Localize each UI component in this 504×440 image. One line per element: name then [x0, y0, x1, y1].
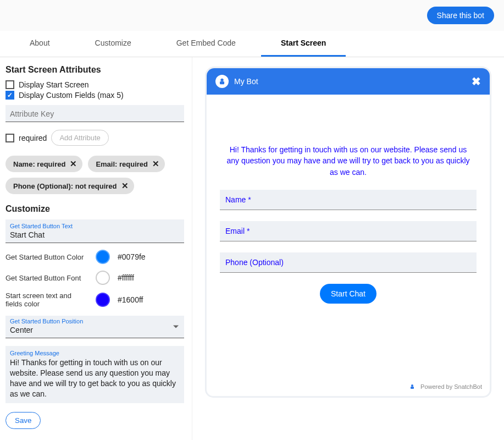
- button-color-value: #0079fe: [118, 252, 146, 261]
- tab-about[interactable]: About: [10, 31, 70, 57]
- button-color-label: Get Started Button Color: [5, 253, 88, 261]
- greeting-label: Greeting Message: [10, 349, 180, 358]
- chip-email: Email: required ✕: [88, 156, 165, 172]
- svg-point-2: [411, 384, 413, 387]
- button-text-label: Get Started Button Text: [10, 223, 180, 229]
- fields-color-value: #1600ff: [118, 295, 143, 304]
- button-font-value: #ffffff: [118, 273, 134, 282]
- tab-start-screen[interactable]: Start Screen: [261, 31, 346, 57]
- chip-phone-text: Phone (Optional): not required: [13, 182, 117, 190]
- chip-phone-remove-icon[interactable]: ✕: [121, 181, 129, 191]
- checkbox-display-start-screen-label: Display Start Screen: [19, 80, 89, 89]
- chip-name-remove-icon[interactable]: ✕: [70, 159, 77, 169]
- chip-email-remove-icon[interactable]: ✕: [152, 159, 159, 169]
- preview-field-phone[interactable]: Phone (Optional): [220, 252, 477, 273]
- chip-phone: Phone (Optional): not required ✕: [5, 178, 134, 194]
- fields-color-label: Start screen text and fields color: [5, 292, 88, 308]
- tab-customize[interactable]: Customize: [75, 31, 151, 57]
- button-font-label: Get Started Button Font: [5, 274, 88, 282]
- preview-field-name[interactable]: Name *: [220, 190, 477, 210]
- attribute-key-input[interactable]: [10, 108, 180, 119]
- checkbox-display-start-screen[interactable]: [5, 80, 14, 89]
- checkbox-required-label: required: [19, 134, 47, 142]
- tabs: About Customize Get Embed Code Start Scr…: [0, 31, 504, 57]
- greeting-textarea[interactable]: Hi! Thanks for getting in touch with us …: [10, 358, 180, 399]
- button-text-input[interactable]: [10, 229, 180, 240]
- powered-by-text: Powered by SnatchBot: [420, 383, 482, 390]
- fields-color-swatch[interactable]: [96, 293, 110, 307]
- svg-rect-1: [220, 81, 224, 84]
- tab-get-embed-code[interactable]: Get Embed Code: [157, 31, 256, 57]
- share-bot-button[interactable]: Share this bot: [427, 7, 494, 24]
- chevron-down-icon: [173, 326, 179, 328]
- button-font-swatch[interactable]: [96, 271, 110, 285]
- chat-preview: My Bot ✖ Hi! Thanks for getting in touch…: [206, 67, 491, 397]
- button-position-select[interactable]: Get Started Button Position Center: [5, 316, 184, 338]
- bot-name: My Bot: [234, 77, 466, 86]
- chip-email-text: Email: required: [96, 160, 148, 168]
- preview-greeting: Hi! Thanks for getting in touch with us …: [220, 144, 477, 178]
- bot-avatar-icon: [215, 75, 229, 88]
- section-customize-title: Customize: [5, 204, 184, 214]
- chip-name-text: Name: required: [13, 160, 65, 168]
- section-attributes-title: Start Screen Attributes: [5, 65, 184, 75]
- save-button[interactable]: Save: [5, 412, 41, 429]
- preview-start-chat-button[interactable]: Start Chat: [320, 284, 376, 304]
- chip-name: Name: required ✕: [5, 156, 82, 172]
- button-color-swatch[interactable]: [96, 250, 110, 264]
- add-attribute-button[interactable]: Add Attribute: [51, 130, 108, 146]
- svg-rect-3: [411, 387, 414, 389]
- preview-field-email[interactable]: Email *: [220, 221, 477, 241]
- checkbox-display-custom-fields-label: Display Custom Fields (max 5): [19, 91, 124, 100]
- button-position-label: Get Started Button Position: [10, 318, 180, 324]
- powered-by-icon: [407, 382, 417, 392]
- svg-point-0: [220, 79, 223, 81]
- checkbox-display-custom-fields[interactable]: [5, 91, 14, 100]
- close-icon[interactable]: ✖: [472, 75, 481, 88]
- button-position-value: Center: [10, 324, 180, 336]
- checkbox-required[interactable]: [5, 134, 14, 142]
